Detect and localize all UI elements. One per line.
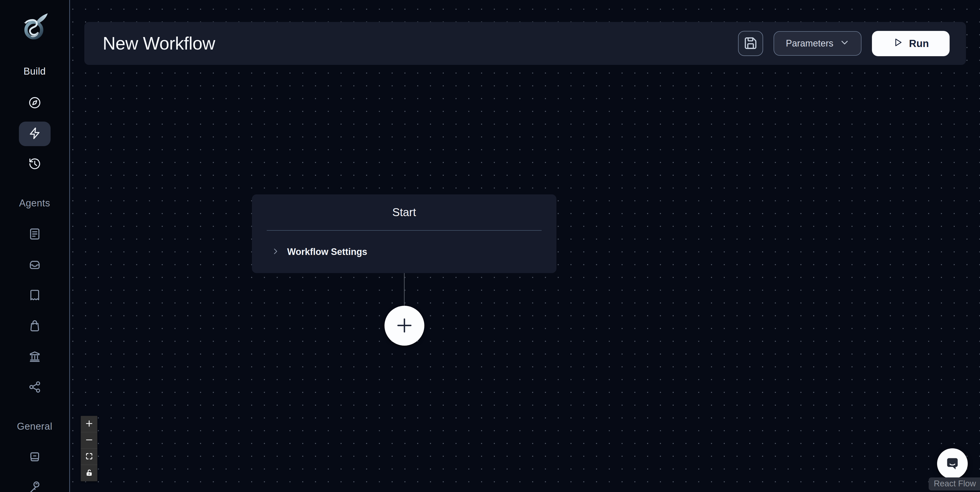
bank-icon: [28, 350, 41, 364]
workflow-title[interactable]: New Workflow: [103, 33, 215, 54]
sidebar-item-explore[interactable]: [19, 91, 51, 115]
save-button[interactable]: [738, 31, 763, 56]
fit-view-icon: [85, 452, 93, 461]
sidebar-item-computer[interactable]: [19, 445, 51, 470]
sidebar-item-history[interactable]: [19, 152, 51, 177]
section-label-general: General: [0, 421, 69, 432]
plus-icon: [393, 314, 416, 338]
sidebar-item-workflows[interactable]: [19, 122, 51, 146]
history-icon: [28, 157, 41, 171]
sidebar-item-bank[interactable]: [19, 345, 51, 369]
run-label: Run: [909, 38, 929, 49]
canvas-controls: [81, 416, 97, 481]
workflow-header: New Workflow Parameters: [84, 22, 966, 65]
compass-icon: [28, 96, 41, 110]
play-icon: [892, 37, 904, 50]
start-node-titlebar: Start: [252, 194, 557, 230]
lightning-icon: [28, 127, 41, 141]
edge-connector: [404, 273, 405, 307]
workflow-canvas[interactable]: New Workflow Parameters: [70, 0, 980, 492]
section-label-build: Build: [0, 66, 69, 77]
sidebar-item-store[interactable]: [19, 314, 51, 339]
parameters-label: Parameters: [786, 38, 834, 49]
add-node-button[interactable]: [385, 306, 424, 346]
fit-view-button[interactable]: [81, 449, 97, 465]
chevron-down-icon: [840, 38, 849, 49]
workflow-settings-label: Workflow Settings: [287, 247, 367, 257]
workflow-settings-toggle[interactable]: Workflow Settings: [252, 231, 557, 273]
react-flow-attribution[interactable]: React Flow: [929, 478, 980, 490]
sidebar-item-notes[interactable]: [19, 222, 51, 247]
inbox-icon: [28, 258, 41, 272]
dragon-logo[interactable]: [20, 11, 50, 41]
zoom-in-button[interactable]: [81, 416, 97, 432]
sidebar: Build Agents: [0, 0, 70, 492]
start-node-title: Start: [392, 206, 416, 219]
sidebar-item-credentials[interactable]: [19, 474, 51, 492]
computer-icon: [28, 451, 41, 465]
sidebar-item-receipts[interactable]: [19, 283, 51, 308]
chevron-right-icon: [271, 247, 280, 256]
notes-icon: [28, 227, 41, 242]
lock-toggle-button[interactable]: [81, 465, 97, 481]
save-icon: [743, 36, 758, 51]
zoom-in-icon: [85, 419, 93, 428]
unlock-icon: [85, 469, 93, 478]
zoom-out-button[interactable]: [81, 432, 97, 449]
receipt-icon: [28, 288, 41, 303]
run-button[interactable]: Run: [872, 31, 950, 56]
header-actions: Parameters Run: [738, 31, 966, 56]
start-node[interactable]: Start Workflow Settings: [252, 194, 557, 273]
chat-bubble-icon: [944, 455, 961, 473]
sidebar-item-integrations[interactable]: [19, 375, 51, 400]
key-icon: [28, 480, 41, 492]
shopping-bag-icon: [28, 319, 41, 333]
chat-launcher-button[interactable]: [937, 448, 968, 479]
section-label-agents: Agents: [0, 198, 69, 209]
zoom-out-icon: [85, 436, 93, 445]
sidebar-item-inbox[interactable]: [19, 253, 51, 277]
share-icon: [28, 381, 41, 395]
parameters-button[interactable]: Parameters: [773, 31, 861, 56]
